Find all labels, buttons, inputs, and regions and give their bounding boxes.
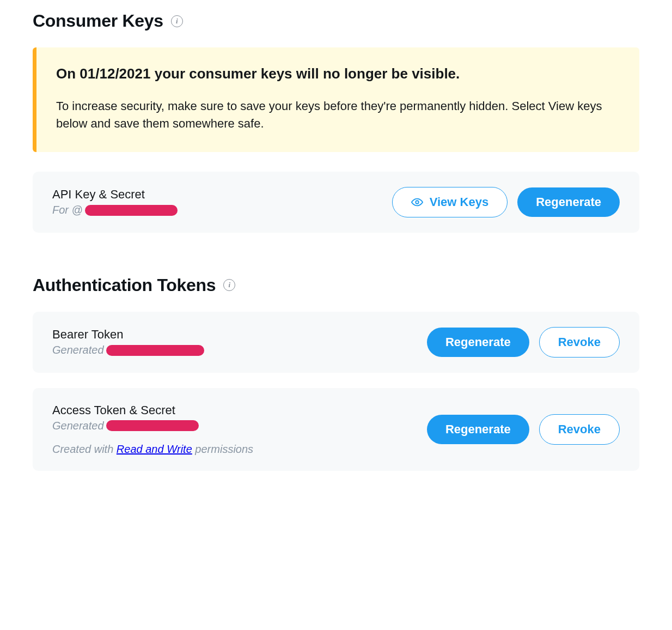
regenerate-api-key-button[interactable]: Regenerate	[517, 187, 620, 217]
authentication-tokens-header: Authentication Tokens i	[33, 275, 639, 295]
info-icon[interactable]: i	[171, 15, 183, 27]
info-icon[interactable]: i	[223, 279, 235, 291]
bearer-token-actions: Regenerate Revoke	[427, 327, 620, 358]
bearer-token-info: Bearer Token Generated	[52, 328, 204, 356]
regenerate-bearer-button[interactable]: Regenerate	[427, 328, 529, 357]
revoke-label: Revoke	[558, 422, 601, 437]
authentication-tokens-title: Authentication Tokens	[33, 275, 216, 295]
perm-prefix: Created with	[52, 443, 117, 455]
api-key-secret-title: API Key & Secret	[52, 187, 178, 202]
regenerate-label: Regenerate	[445, 335, 511, 349]
access-token-card: Access Token & Secret Generated Created …	[33, 388, 639, 471]
consumer-keys-header: Consumer Keys i	[33, 11, 639, 31]
redacted-bearer-date	[106, 345, 204, 356]
regenerate-label: Regenerate	[536, 195, 601, 209]
eye-icon	[411, 196, 423, 208]
permissions-link[interactable]: Read and Write	[117, 443, 192, 455]
access-token-actions: Regenerate Revoke	[427, 414, 620, 445]
access-token-title: Access Token & Secret	[52, 403, 253, 417]
regenerate-access-button[interactable]: Regenerate	[427, 415, 529, 444]
bearer-token-title: Bearer Token	[52, 328, 204, 342]
generated-label: Generated	[52, 420, 104, 432]
for-label: For @	[52, 204, 83, 216]
consumer-keys-title: Consumer Keys	[33, 11, 163, 31]
revoke-label: Revoke	[558, 335, 601, 349]
bearer-token-subtitle: Generated	[52, 344, 204, 356]
revoke-bearer-button[interactable]: Revoke	[539, 327, 620, 358]
redacted-access-date	[106, 420, 199, 431]
regenerate-label: Regenerate	[445, 422, 511, 437]
api-key-secret-card: API Key & Secret For @ View Keys Regener…	[33, 172, 639, 233]
view-keys-label: View Keys	[430, 195, 488, 209]
generated-label: Generated	[52, 344, 104, 356]
view-keys-button[interactable]: View Keys	[392, 187, 508, 217]
api-key-actions: View Keys Regenerate	[392, 187, 620, 217]
svg-point-0	[416, 201, 419, 204]
api-key-secret-info: API Key & Secret For @	[52, 187, 178, 216]
access-token-permissions: Created with Read and Write permissions	[52, 443, 253, 456]
revoke-access-button[interactable]: Revoke	[539, 414, 620, 445]
alert-title: On 01/12/2021 your consumer keys will no…	[56, 65, 618, 83]
alert-body: To increase security, make sure to save …	[56, 98, 618, 132]
access-token-subtitle: Generated	[52, 420, 253, 432]
redacted-username	[85, 205, 178, 216]
bearer-token-card: Bearer Token Generated Regenerate Revoke	[33, 312, 639, 373]
api-key-secret-subtitle: For @	[52, 204, 178, 216]
access-token-info: Access Token & Secret Generated Created …	[52, 403, 253, 456]
perm-suffix: permissions	[192, 443, 253, 455]
consumer-keys-alert: On 01/12/2021 your consumer keys will no…	[33, 47, 639, 152]
